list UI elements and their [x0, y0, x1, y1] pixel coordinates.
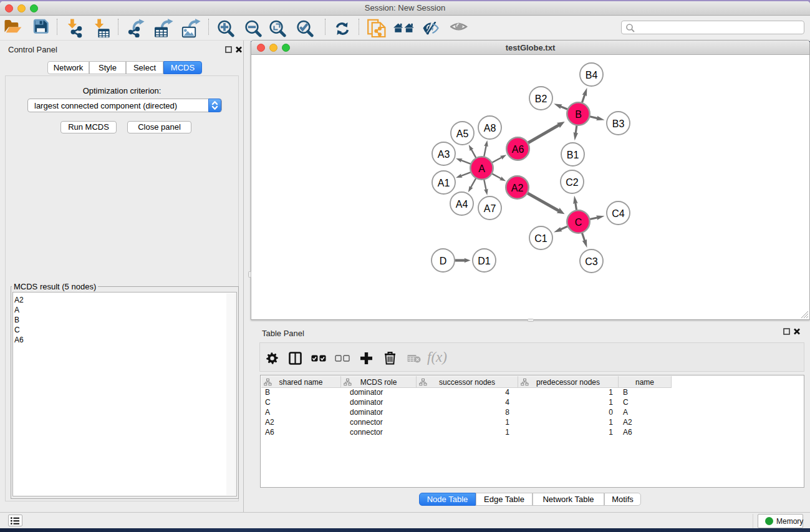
svg-text:C2: C2: [566, 177, 579, 188]
svg-text:B3: B3: [612, 118, 625, 129]
svg-text:C: C: [575, 217, 582, 228]
svg-text:C3: C3: [585, 256, 598, 267]
svg-text:C4: C4: [612, 208, 625, 219]
svg-text:A2: A2: [511, 183, 524, 193]
svg-text:A5: A5: [456, 128, 469, 139]
svg-text:A: A: [478, 163, 485, 174]
svg-text:A8: A8: [484, 123, 496, 133]
svg-text:A1: A1: [438, 178, 450, 188]
svg-text:D: D: [440, 256, 447, 266]
svg-text:C1: C1: [534, 233, 547, 244]
svg-text:B2: B2: [535, 94, 547, 104]
svg-text:A7: A7: [484, 203, 496, 214]
svg-text:B: B: [575, 109, 582, 120]
svg-text:A4: A4: [456, 199, 468, 210]
svg-text:A3: A3: [438, 149, 450, 160]
svg-text:B4: B4: [586, 70, 598, 80]
svg-text:B1: B1: [567, 150, 579, 160]
svg-text:D1: D1: [478, 256, 491, 266]
svg-text:A6: A6: [512, 144, 524, 155]
